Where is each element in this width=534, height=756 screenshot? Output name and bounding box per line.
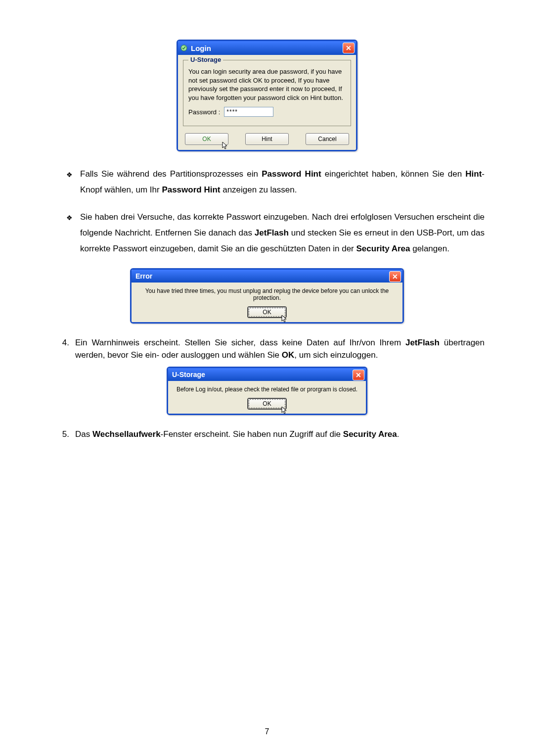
bullet-item: ❖ Sie haben drei Versuche, das korrekte …: [66, 209, 485, 257]
ustorage-title: U-Storage: [172, 371, 205, 378]
group-title: U-Storage: [188, 56, 223, 63]
numbered-item: 4. Ein Warnhinweis erscheint. Stellen Si…: [49, 336, 485, 362]
error-title: Error: [135, 272, 152, 280]
cancel-button-label: Cancel: [318, 136, 336, 142]
hint-button[interactable]: Hint: [245, 133, 289, 145]
error-titlebar: Error ✕: [132, 270, 402, 283]
close-icon: ✕: [356, 372, 361, 378]
bullet-marker-icon: ❖: [66, 209, 80, 257]
ustorage-text: Before Log in/out, please check the rela…: [173, 386, 361, 393]
item-number: 4.: [49, 336, 75, 362]
bullet-text: Falls Sie während des Partitionsprozesse…: [80, 166, 485, 198]
close-button[interactable]: ✕: [389, 271, 401, 282]
ok-button-label: OK: [202, 136, 211, 142]
cursor-icon: [281, 406, 289, 415]
item-text: Ein Warnhinweis erscheint. Stellen Sie s…: [75, 336, 485, 362]
login-body: U-Storage You can login security area du…: [178, 55, 356, 150]
ok-button[interactable]: OK: [185, 133, 228, 145]
numbered-item: 5. Das Wechsellaufwerk-Fenster erscheint…: [49, 428, 485, 441]
ok-button[interactable]: OK: [247, 398, 287, 410]
ok-button-label: OK: [263, 309, 271, 316]
ustorage-body: Before Log in/out, please check the rela…: [168, 381, 366, 414]
bullet-item: ❖ Falls Sie während des Partitionsprozes…: [66, 166, 485, 198]
app-icon: [180, 44, 188, 52]
cursor-icon: [281, 315, 289, 324]
item-number: 5.: [49, 428, 75, 441]
login-titlebar: Login ✕: [178, 41, 356, 55]
bullet-text: Sie haben drei Versuche, das korrekte Pa…: [80, 209, 485, 257]
close-button[interactable]: ✕: [343, 43, 355, 53]
hint-button-label: Hint: [262, 136, 272, 142]
password-input[interactable]: [224, 107, 273, 117]
cursor-icon: [222, 142, 230, 151]
password-row: Password :: [188, 107, 346, 117]
item-text: Das Wechsellaufwerk-Fenster erscheint. S…: [75, 428, 485, 441]
bullet-marker-icon: ❖: [66, 166, 80, 198]
login-button-row: OK Hint Cancel: [183, 133, 351, 145]
login-dialog: Login ✕ U-Storage You can login security…: [177, 40, 357, 151]
ustorage-dialog: U-Storage ✕ Before Log in/out, please ch…: [167, 367, 367, 415]
ustorage-titlebar: U-Storage ✕: [168, 368, 366, 381]
ok-button[interactable]: OK: [247, 306, 287, 318]
login-groupbox: U-Storage You can login security area du…: [183, 60, 351, 126]
error-text: You have tried three times, you must unp…: [136, 287, 398, 301]
page-number: 7: [0, 727, 534, 736]
error-body: You have tried three times, you must unp…: [132, 283, 402, 322]
close-icon: ✕: [346, 45, 352, 51]
ok-button-label: OK: [263, 400, 271, 407]
password-label: Password :: [188, 108, 220, 116]
error-dialog: Error ✕ You have tried three times, you …: [130, 268, 404, 324]
login-title: Login: [191, 44, 211, 52]
login-instructions: You can login security area due password…: [188, 67, 346, 102]
close-button[interactable]: ✕: [353, 370, 364, 380]
cancel-button[interactable]: Cancel: [306, 133, 349, 145]
close-icon: ✕: [392, 273, 398, 280]
